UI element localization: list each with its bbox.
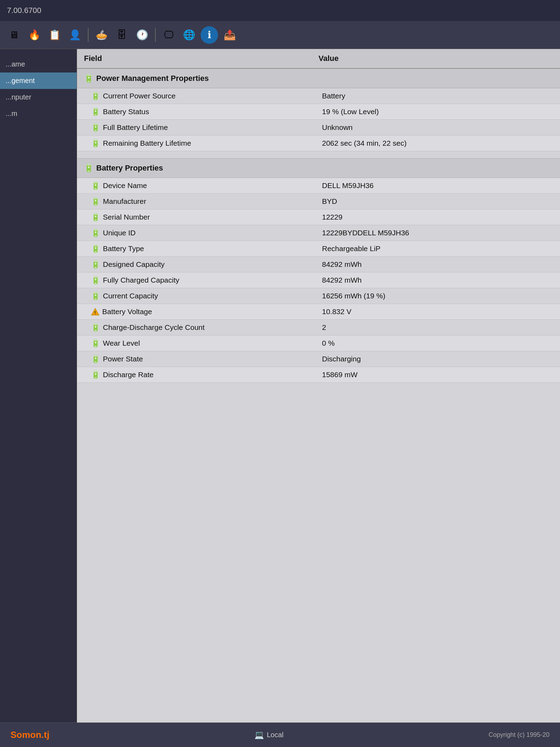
row-charge-discharge-cycle: 🔋 Charge-Discharge Cycle Count 2 — [77, 320, 560, 336]
version-label: 7.00.6700 — [7, 6, 41, 15]
sidebar: ...ame ...gement ...nputer ...m — [0, 49, 77, 722]
network-icon[interactable]: 🌐 — [180, 26, 198, 44]
row-battery-voltage: ! Battery Voltage 10.832 V — [77, 304, 560, 320]
field-wear-level: 🔋 Wear Level — [91, 339, 322, 347]
value-column-header: Value — [318, 54, 553, 63]
top-bar: 7.00.6700 — [0, 0, 560, 21]
row-power-state: 🔋 Power State Discharging — [77, 351, 560, 367]
value-device-name: DELL M59JH36 — [322, 181, 553, 190]
battery-type-icon: 🔋 — [91, 244, 100, 253]
table-container: Field Value 🔋 Power Management Propertie… — [77, 49, 560, 383]
row-designed-capacity: 🔋 Designed Capacity 84292 mWh — [77, 257, 560, 272]
row-discharge-rate: 🔋 Discharge Rate 15869 mW — [77, 367, 560, 383]
main-content: ...ame ...gement ...nputer ...m Field Va… — [0, 49, 560, 722]
clock-icon[interactable]: 🕐 — [133, 26, 151, 44]
pie-chart-icon[interactable]: 🥧 — [93, 26, 110, 44]
battery-status-icon: 🔋 — [91, 108, 100, 116]
row-battery-type: 🔋 Battery Type Rechargeable LiP — [77, 241, 560, 257]
sidebar-item-name[interactable]: ...ame — [0, 56, 77, 72]
field-battery-voltage: ! Battery Voltage — [91, 307, 322, 316]
row-remaining-battery-lifetime: 🔋 Remaining Battery Lifetime 2062 sec (3… — [77, 136, 560, 151]
field-remaining-battery-lifetime: 🔋 Remaining Battery Lifetime — [91, 139, 322, 147]
section-header-power: 🔋 Power Management Properties — [77, 69, 560, 88]
brand-logo: Somon.tj — [10, 729, 49, 740]
battery-section-title: Battery Properties — [96, 164, 163, 173]
connection-item: 💻 Local — [254, 731, 284, 740]
copyright-text: Copyright (c) 1995-20 — [489, 731, 550, 739]
row-current-capacity: 🔋 Current Capacity 16256 mWh (19 %) — [77, 288, 560, 304]
field-device-name: 🔋 Device Name — [91, 181, 322, 190]
row-fully-charged-capacity: 🔋 Fully Charged Capacity 84292 mWh — [77, 272, 560, 288]
field-designed-capacity: 🔋 Designed Capacity — [91, 260, 322, 269]
battery-section-icon: 🔋 — [84, 164, 93, 173]
info-icon[interactable]: ℹ — [201, 26, 218, 44]
row-serial-number: 🔋 Serial Number 12229 — [77, 209, 560, 225]
sidebar-item-computer[interactable]: ...nputer — [0, 89, 77, 105]
value-battery-voltage: 10.832 V — [322, 307, 553, 316]
field-current-power-source: 🔋 Current Power Source — [91, 92, 322, 100]
serial-number-icon: 🔋 — [91, 213, 100, 221]
row-battery-status: 🔋 Battery Status 19 % (Low Level) — [77, 104, 560, 120]
value-remaining-battery-lifetime: 2062 sec (34 min, 22 sec) — [322, 139, 553, 147]
value-discharge-rate: 15869 mW — [322, 371, 553, 379]
unique-id-icon: 🔋 — [91, 229, 100, 237]
sidebar-item-m[interactable]: ...m — [0, 105, 77, 122]
field-discharge-rate: 🔋 Discharge Rate — [91, 371, 322, 379]
value-unique-id: 12229BYDDELL M59JH36 — [322, 229, 553, 237]
table-header: Field Value — [77, 49, 560, 69]
local-connection-icon: 💻 — [254, 731, 264, 740]
row-full-battery-lifetime: 🔋 Full Battery Lifetime Unknown — [77, 120, 560, 136]
value-battery-type: Rechargeable LiP — [322, 244, 553, 253]
section-header-battery: 🔋 Battery Properties — [77, 158, 560, 178]
field-fully-charged-capacity: 🔋 Fully Charged Capacity — [91, 276, 322, 284]
designed-capacity-icon: 🔋 — [91, 260, 100, 269]
content-area: Field Value 🔋 Power Management Propertie… — [77, 49, 560, 722]
row-current-power-source: 🔋 Current Power Source Battery — [77, 88, 560, 104]
field-column-header: Field — [84, 54, 318, 63]
field-manufacturer: 🔋 Manufacturer — [91, 197, 322, 206]
value-current-power-source: Battery — [322, 92, 553, 100]
value-fully-charged-capacity: 84292 mWh — [322, 276, 553, 284]
value-serial-number: 12229 — [322, 213, 553, 221]
pc-icon[interactable]: 🖥 — [5, 26, 23, 44]
power-section-title: Power Management Properties — [96, 74, 209, 83]
fire-icon[interactable]: 🔥 — [26, 26, 43, 44]
power-section-icon: 🔋 — [84, 74, 93, 83]
screen-icon[interactable]: 🖵 — [160, 26, 177, 44]
user-icon[interactable]: 👤 — [66, 26, 84, 44]
field-full-battery-lifetime: 🔋 Full Battery Lifetime — [91, 123, 322, 132]
database-icon[interactable]: 🗄 — [113, 26, 131, 44]
svg-text:!: ! — [94, 310, 96, 315]
current-power-icon: 🔋 — [91, 92, 100, 100]
wear-level-icon: 🔋 — [91, 339, 100, 347]
toolbar-separator-2 — [155, 28, 156, 42]
row-unique-id: 🔋 Unique ID 12229BYDDELL M59JH36 — [77, 225, 560, 241]
value-battery-status: 19 % (Low Level) — [322, 108, 553, 116]
field-charge-discharge-cycle: 🔋 Charge-Discharge Cycle Count — [91, 323, 322, 332]
value-full-battery-lifetime: Unknown — [322, 123, 553, 132]
warning-triangle-icon: ! — [91, 308, 99, 316]
field-power-state: 🔋 Power State — [91, 355, 322, 363]
export-icon[interactable]: 📤 — [221, 26, 238, 44]
field-battery-type: 🔋 Battery Type — [91, 244, 322, 253]
manufacturer-icon: 🔋 — [91, 197, 100, 206]
value-manufacturer: BYD — [322, 197, 553, 206]
toolbar-separator-1 — [88, 28, 89, 42]
remaining-battery-icon: 🔋 — [91, 139, 100, 147]
field-unique-id: 🔋 Unique ID — [91, 229, 322, 237]
sidebar-item-management[interactable]: ...gement — [0, 72, 77, 89]
copyright-item: Copyright (c) 1995-20 — [489, 731, 550, 739]
current-capacity-icon: 🔋 — [91, 292, 100, 300]
cycle-count-icon: 🔋 — [91, 323, 100, 332]
connection-label: Local — [267, 731, 284, 739]
field-serial-number: 🔋 Serial Number — [91, 213, 322, 221]
fully-charged-icon: 🔋 — [91, 276, 100, 284]
value-wear-level: 0 % — [322, 339, 553, 347]
list-icon[interactable]: 📋 — [46, 26, 63, 44]
row-device-name: 🔋 Device Name DELL M59JH36 — [77, 178, 560, 194]
field-battery-status: 🔋 Battery Status — [91, 108, 322, 116]
brand-item: Somon.tj — [10, 729, 49, 740]
full-battery-icon: 🔋 — [91, 123, 100, 132]
field-current-capacity: 🔋 Current Capacity — [91, 292, 322, 300]
status-bar: Somon.tj 💻 Local Copyright (c) 1995-20 — [0, 722, 560, 747]
